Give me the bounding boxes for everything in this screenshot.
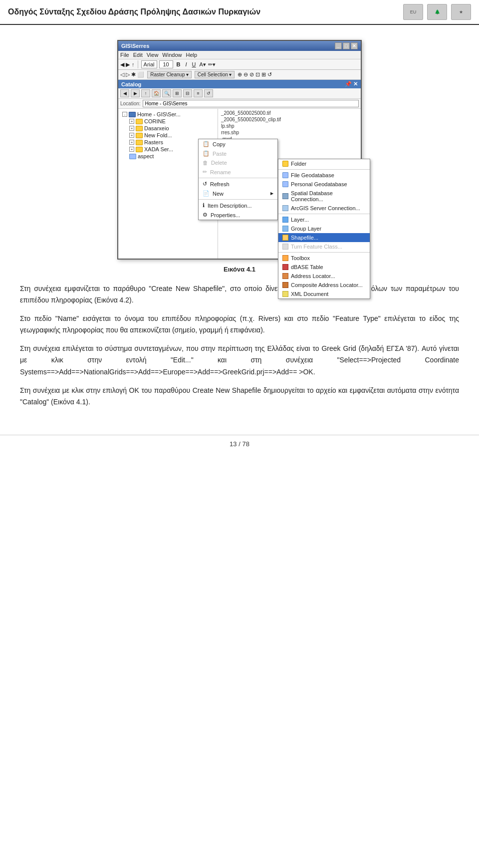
cat-btn-2[interactable]: ▶: [131, 89, 140, 97]
italic-btn[interactable]: I: [184, 61, 189, 67]
newfold-folder-icon: [136, 133, 143, 138]
tree-item-corine[interactable]: + CORINE: [118, 118, 218, 125]
toolbar-up[interactable]: ↑: [132, 61, 135, 67]
expander-home[interactable]: -: [122, 112, 127, 117]
logo-2: 🌲: [427, 4, 447, 20]
cat-btn-9[interactable]: ↺: [204, 89, 213, 97]
tree-item-newfold[interactable]: + New Fold...: [118, 132, 218, 139]
underline-btn[interactable]: U: [191, 61, 198, 67]
ctx-refresh[interactable]: ↺ Refresh: [199, 179, 277, 189]
cat-btn-8[interactable]: ≡: [194, 89, 203, 97]
cell-selection-btn[interactable]: Cell Selection ▾: [195, 71, 235, 78]
bold-btn[interactable]: B: [175, 61, 182, 67]
toolbar-top: ◀ ▶ ↑ Arial 10 B I U A▾ ✏▾: [118, 59, 361, 70]
cat-btn-7[interactable]: ⊟: [183, 89, 192, 97]
sub-server-icon: [282, 205, 288, 211]
page-title: Οδηγός Σύνταξης Σχεδίου Δράσης Πρόληψης …: [8, 7, 260, 16]
cat-btn-1[interactable]: ◀: [120, 89, 129, 97]
expander-rasters[interactable]: +: [129, 140, 134, 145]
sub-layer[interactable]: Layer...: [278, 215, 370, 224]
sub-folder-icon: [282, 161, 288, 167]
ctx-new[interactable]: 📄 New ▶: [199, 189, 277, 198]
highlight-btn[interactable]: ✏▾: [208, 61, 216, 68]
new-icon: 📄: [203, 190, 210, 197]
maximize-btn[interactable]: □: [343, 42, 350, 49]
sub-toolbox-label: Toolbox: [291, 255, 310, 261]
menu-edit[interactable]: Edit: [133, 52, 143, 58]
cat-btn-3[interactable]: ↑: [141, 89, 150, 97]
font-name[interactable]: Arial: [141, 60, 157, 68]
sub-addr-label: Address Locator...: [291, 273, 335, 279]
sub-xml-label: XML Document: [291, 291, 328, 297]
sub-group-layer[interactable]: Group Layer: [278, 224, 370, 233]
ctx-copy[interactable]: 📋 Copy: [199, 139, 277, 149]
sub-xml[interactable]: XML Document: [278, 289, 370, 298]
ctx-refresh-label: Refresh: [210, 181, 230, 187]
sub-dbase[interactable]: dBASE Table: [278, 263, 370, 272]
menu-file[interactable]: File: [120, 52, 129, 58]
ctx-item-desc[interactable]: ℹ Item Description...: [199, 201, 277, 210]
menu-view[interactable]: View: [147, 52, 159, 58]
font-color-btn[interactable]: A▾: [200, 61, 206, 68]
logo-1: EU: [403, 4, 423, 20]
sub-server-label: ArcGIS Server Connection...: [291, 205, 360, 211]
expander-xada[interactable]: +: [129, 147, 134, 152]
cat-btn-5[interactable]: 🔍: [162, 89, 171, 97]
refresh-icon: ↺: [203, 181, 207, 187]
expander-dasarxeio[interactable]: +: [129, 126, 134, 131]
expander-newfold[interactable]: +: [129, 133, 134, 138]
main-content: GIS\Serres _ □ ✕ File Edit View Window H…: [0, 25, 479, 425]
raster-cleanup-btn[interactable]: Raster Cleanup ▾: [147, 71, 191, 78]
ctx-delete-label: Delete: [211, 160, 227, 166]
sub-personal-geo[interactable]: Personal Geodatabase: [278, 180, 370, 189]
sub-sep-3: [278, 252, 370, 253]
sub-arcgis-server[interactable]: ArcGIS Server Connection...: [278, 204, 370, 213]
expander-corine[interactable]: +: [129, 119, 134, 124]
sub-file-geo[interactable]: File Geodatabase: [278, 171, 370, 180]
file-item-2[interactable]: _2006_5500025000_clip.tif: [220, 116, 359, 123]
sub-grouplayer-label: Group Layer: [291, 226, 321, 232]
sub-shapefile[interactable]: Shapefile...: [278, 233, 370, 242]
sub-turn-feature[interactable]: Turn Feature Class...: [278, 242, 370, 251]
sub-spatial-db[interactable]: Spatial Database Connection...: [278, 189, 370, 204]
sub-composite-addr[interactable]: Composite Address Locator...: [278, 281, 370, 289]
ctx-rename-label: Rename: [210, 169, 231, 175]
sub-xml-icon: [282, 291, 288, 297]
tree-item-home[interactable]: - Home - GIS\Ser...: [118, 111, 218, 118]
ctx-properties[interactable]: ⚙ Properties...: [199, 210, 277, 220]
rename-icon: ✏: [203, 169, 207, 175]
sub-sep-2: [278, 214, 370, 214]
close-btn[interactable]: ✕: [351, 42, 358, 49]
location-input[interactable]: [143, 100, 359, 107]
menu-window[interactable]: Window: [162, 52, 182, 58]
file-item-1[interactable]: _2006_5500025000.tif: [220, 110, 359, 116]
cat-btn-6[interactable]: ⊞: [173, 89, 182, 97]
font-size[interactable]: 10: [159, 60, 173, 68]
sub-dbase-label: dBASE Table: [291, 264, 323, 270]
ctx-paste-label: Paste: [213, 151, 227, 157]
corine-folder-icon: [136, 119, 143, 124]
sub-folder[interactable]: Folder: [278, 159, 370, 168]
file-item-4[interactable]: rres.shp: [220, 129, 359, 136]
sub-turnfeature-icon: [282, 244, 288, 250]
file-item-3[interactable]: lp.shp: [220, 123, 359, 129]
ctx-desc-label: Item Description...: [208, 203, 252, 209]
dasarxeio-folder-icon: [136, 126, 143, 131]
sub-composite-label: Composite Address Locator...: [291, 282, 363, 288]
catalog-pin[interactable]: 📌 ✕: [345, 81, 358, 87]
menu-help[interactable]: Help: [186, 52, 197, 58]
cat-btn-4[interactable]: 🏠: [152, 89, 161, 97]
tree-label-aspect: aspect: [138, 153, 154, 159]
paragraph-2: Στο πεδίο "Name" εισάγεται το όνομα του …: [20, 313, 459, 336]
catalog-panel: Catalog 📌 ✕ ◀ ▶ ↑ 🏠 🔍 ⊞ ⊟ ≡ ↺ Location:: [118, 80, 361, 259]
sub-toolbox[interactable]: Toolbox: [278, 254, 370, 263]
paste-icon: 📋: [203, 150, 210, 157]
logo-3: ★: [451, 4, 471, 20]
sub-addr-locator[interactable]: Address Locator...: [278, 272, 370, 281]
tree-label-rasters: Rasters: [144, 139, 163, 145]
paragraph-3: Στη συνέχεια επιλέγεται το σύστημα συντε…: [20, 343, 459, 377]
minimize-btn[interactable]: _: [335, 42, 342, 49]
sub-spatialdb-icon: [282, 193, 288, 199]
sub-layer-label: Layer...: [291, 217, 309, 223]
tree-item-dasarxeio[interactable]: + Dasarxeio: [118, 125, 218, 132]
